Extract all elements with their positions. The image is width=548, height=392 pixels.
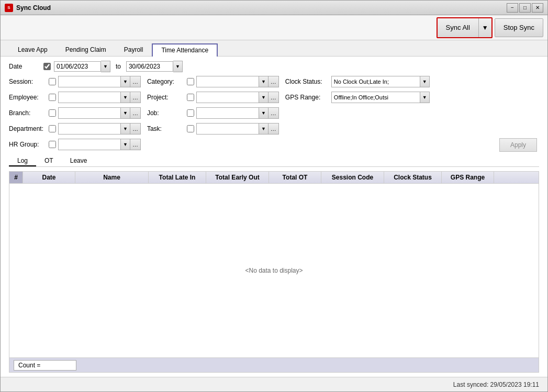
employee-checkbox[interactable] (49, 94, 56, 101)
project-more-button[interactable]: … (269, 92, 279, 103)
date-checkbox[interactable] (43, 63, 51, 70)
category-input[interactable] (196, 76, 259, 87)
toolbar: Sync All ▼ Stop Sync (1, 15, 547, 40)
chevron-down-icon: ▼ (482, 24, 488, 31)
col-gps-range: GPS Range (442, 172, 494, 183)
branch-input[interactable] (58, 107, 121, 119)
session-checkbox[interactable] (49, 78, 56, 85)
task-more-button[interactable]: … (269, 123, 279, 135)
count-label: Count = (18, 362, 40, 369)
col-session-code: Session Code (321, 172, 384, 183)
date-to-input[interactable] (126, 61, 173, 72)
department-row: Department: ▼ … (9, 122, 141, 135)
table-footer: Count = (9, 357, 539, 372)
job-input[interactable] (196, 107, 259, 119)
project-input[interactable] (196, 92, 259, 103)
gps-range-dropdown-arrow[interactable]: ▼ (420, 92, 430, 103)
hr-group-label: HR Group: (9, 141, 47, 148)
employee-dropdown-arrow[interactable]: ▼ (121, 92, 130, 103)
gps-range-input[interactable] (331, 92, 420, 103)
branch-more-button[interactable]: … (130, 107, 141, 119)
stop-sync-button[interactable]: Stop Sync (495, 18, 543, 37)
department-checkbox[interactable] (49, 125, 56, 132)
date-filter-row: Date ▼ to ▼ (9, 61, 539, 72)
sync-all-dropdown-button[interactable]: ▼ (478, 18, 491, 37)
col-total-early-out: Total Early Out (206, 172, 269, 183)
category-more-button[interactable]: … (269, 76, 279, 87)
title-bar-left: S Sync Cloud (5, 4, 51, 12)
branch-row: Branch: ▼ … (9, 107, 141, 119)
session-input[interactable] (58, 76, 121, 87)
department-input-group: ▼ … (58, 123, 141, 135)
category-dropdown-arrow[interactable]: ▼ (259, 76, 269, 87)
left-filters: Session: ▼ … Employee: ▼ … (9, 75, 141, 152)
tab-time-attendance[interactable]: Time Attendance (152, 43, 218, 57)
date-to-arrow[interactable]: ▼ (173, 61, 183, 72)
project-dropdown-arrow[interactable]: ▼ (259, 92, 269, 103)
middle-filters: Category: ▼ … Project: ▼ … (147, 75, 279, 152)
employee-input-group: ▼ … (58, 92, 141, 103)
job-dropdown-arrow[interactable]: ▼ (259, 107, 269, 119)
department-more-button[interactable]: … (130, 123, 141, 135)
session-dropdown-arrow[interactable]: ▼ (121, 76, 130, 87)
job-checkbox[interactable] (187, 109, 194, 117)
close-button[interactable]: ✕ (532, 3, 543, 13)
employee-row: Employee: ▼ … (9, 91, 141, 104)
no-data-message: <No data to display> (245, 267, 303, 274)
hr-group-checkbox[interactable] (49, 141, 56, 148)
category-label: Category: (147, 78, 185, 85)
tab-payroll[interactable]: Payroll (115, 43, 152, 56)
main-window: S Sync Cloud − □ ✕ Sync All ▼ Stop Sync … (0, 0, 548, 392)
department-input[interactable] (58, 123, 121, 135)
branch-checkbox[interactable] (49, 109, 56, 117)
hr-group-input[interactable] (58, 139, 121, 150)
title-bar: S Sync Cloud − □ ✕ (1, 1, 547, 15)
hr-group-more-button[interactable]: … (130, 139, 141, 150)
department-dropdown-arrow[interactable]: ▼ (121, 123, 130, 135)
date-from-input[interactable] (54, 61, 101, 72)
minimize-button[interactable]: − (507, 3, 518, 13)
col-total-late-in: Total Late In (149, 172, 206, 183)
maximize-button[interactable]: □ (519, 3, 531, 13)
session-more-button[interactable]: … (130, 76, 141, 87)
tab-leave-app[interactable]: Leave App (9, 43, 57, 56)
clock-status-dropdown-arrow[interactable]: ▼ (420, 76, 430, 87)
task-dropdown-arrow[interactable]: ▼ (259, 123, 269, 135)
branch-dropdown-arrow[interactable]: ▼ (121, 107, 130, 119)
task-input[interactable] (196, 123, 259, 135)
right-filters: Clock Status: ▼ GPS Range: ▼ App (285, 75, 539, 152)
sync-all-button[interactable]: Sync All (438, 18, 478, 37)
apply-row: Apply (285, 136, 539, 152)
employee-more-button[interactable]: … (130, 92, 141, 103)
job-more-button[interactable]: … (269, 107, 279, 119)
col-clock-status: Clock Status (384, 172, 442, 183)
category-input-group: ▼ … (196, 76, 279, 87)
hr-group-dropdown-arrow[interactable]: ▼ (121, 139, 130, 150)
date-label: Date (9, 63, 40, 70)
table-header: # Date Name Total Late In Total Early Ou… (9, 172, 539, 184)
employee-input[interactable] (58, 92, 121, 103)
col-date: Date (23, 172, 75, 183)
session-row: Session: ▼ … (9, 75, 141, 88)
sub-tab-leave[interactable]: Leave (62, 156, 96, 166)
date-to-group: ▼ (126, 61, 183, 72)
project-row: Project: ▼ … (147, 91, 279, 104)
sub-tab-log[interactable]: Log (9, 156, 36, 166)
project-checkbox[interactable] (187, 94, 194, 101)
task-label: Task: (147, 125, 185, 132)
job-input-group: ▼ … (196, 107, 279, 119)
hr-group-input-group: ▼ … (58, 139, 141, 150)
sub-tab-ot[interactable]: OT (36, 156, 62, 166)
date-from-arrow[interactable]: ▼ (101, 61, 110, 72)
app-icon: S (5, 4, 13, 12)
branch-input-group: ▼ … (58, 107, 141, 119)
session-input-group: ▼ … (58, 76, 141, 87)
task-row: Task: ▼ … (147, 122, 279, 135)
task-checkbox[interactable] (187, 125, 194, 132)
tab-pending-claim[interactable]: Pending Claim (57, 43, 115, 56)
session-label: Session: (9, 78, 47, 85)
category-checkbox[interactable] (187, 78, 194, 85)
col-name: Name (75, 172, 149, 183)
clock-status-input[interactable] (331, 76, 420, 87)
apply-button[interactable]: Apply (499, 138, 537, 152)
